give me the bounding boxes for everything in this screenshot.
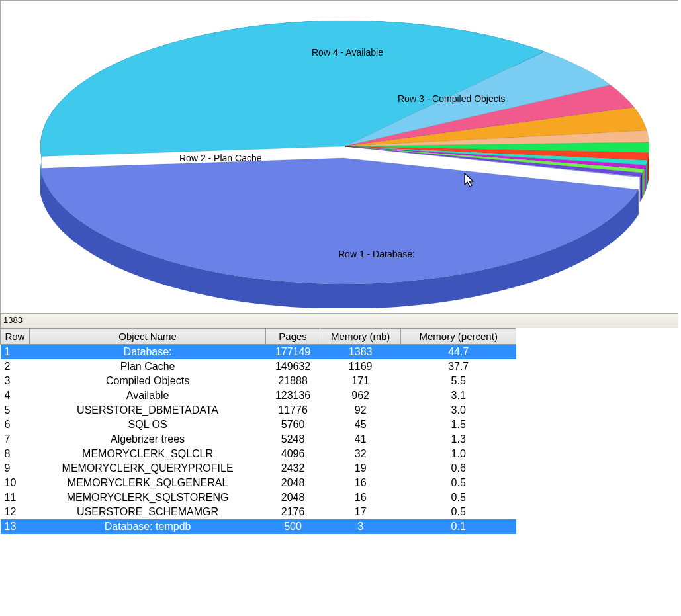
data-cell: 41: [320, 432, 401, 447]
pie-slice-side: [644, 165, 645, 195]
data-cell: 2176: [266, 505, 320, 519]
table-row[interactable]: 10MEMORYCLERK_SQLGENERAL2048160.5: [1, 476, 516, 490]
data-cell: 0.5: [401, 490, 516, 505]
table-row[interactable]: 8MEMORYCLERK_SQLCLR4096321.0: [1, 447, 516, 461]
row-number-cell: 5: [1, 403, 30, 418]
table-row[interactable]: 11MEMORYCLERK_SQLSTORENG2048160.5: [1, 490, 516, 505]
data-cell: 17: [320, 505, 401, 519]
data-cell: USERSTORE_DBMETADATA: [29, 403, 265, 418]
row-number-cell: 10: [1, 476, 30, 490]
data-cell: 32: [320, 447, 401, 461]
data-cell: 44.7: [401, 345, 516, 359]
row-number-cell: 11: [1, 490, 30, 505]
data-cell: 11776: [266, 403, 320, 418]
table-row[interactable]: 13Database: tempdb50030.1: [1, 519, 516, 534]
column-header[interactable]: Object Name: [29, 329, 265, 345]
data-cell: 2048: [266, 476, 320, 490]
data-cell: Available: [29, 388, 265, 403]
table-row[interactable]: 12USERSTORE_SCHEMAMGR2176170.5: [1, 505, 516, 519]
data-cell: 5248: [266, 432, 320, 447]
data-cell: 1.5: [401, 418, 516, 432]
data-cell: Algebrizer trees: [29, 432, 265, 447]
table-row[interactable]: 4Available1231369623.1: [1, 388, 516, 403]
data-cell: 0.5: [401, 505, 516, 519]
data-cell: 16: [320, 476, 401, 490]
data-cell: MEMORYCLERK_SQLCLR: [29, 447, 265, 461]
data-cell: MEMORYCLERK_SQLSTORENG: [29, 490, 265, 505]
data-cell: 1383: [320, 345, 401, 359]
data-cell: 0.6: [401, 461, 516, 476]
row-number-cell: 12: [1, 505, 30, 519]
row-number-cell: 8: [1, 447, 30, 461]
data-cell: 92: [320, 403, 401, 418]
data-cell: 19: [320, 461, 401, 476]
value-bar: 1383: [0, 314, 678, 328]
table-row[interactable]: 9MEMORYCLERK_QUERYPROFILE2432190.6: [1, 461, 516, 476]
data-cell: 0.5: [401, 476, 516, 490]
table-row[interactable]: 5USERSTORE_DBMETADATA11776923.0: [1, 403, 516, 418]
data-cell: Database: tempdb: [29, 519, 265, 534]
data-cell: 3: [320, 519, 401, 534]
table-row[interactable]: 3Compiled Objects218881715.5: [1, 374, 516, 388]
data-cell: Database:: [29, 345, 265, 359]
data-cell: MEMORYCLERK_QUERYPROFILE: [29, 461, 265, 476]
data-cell: 45: [320, 418, 401, 432]
column-header[interactable]: Pages: [266, 329, 320, 345]
row-number-cell: 2: [1, 359, 30, 374]
data-cell: Compiled Objects: [29, 374, 265, 388]
data-cell: 149632: [266, 359, 320, 374]
row-number-cell: 3: [1, 374, 30, 388]
pie-slice-label: Row 4 - Available: [312, 47, 383, 58]
column-header[interactable]: Memory (mb): [320, 329, 401, 345]
pie-slice-side: [640, 173, 642, 202]
row-number-cell: 9: [1, 461, 30, 476]
data-cell: 4096: [266, 447, 320, 461]
data-cell: 171: [320, 374, 401, 388]
data-cell: Plan Cache: [29, 359, 265, 374]
data-cell: MEMORYCLERK_SQLGENERAL: [29, 476, 265, 490]
table-row[interactable]: 2Plan Cache149632116937.7: [1, 359, 516, 374]
column-header[interactable]: Memory (percent): [401, 329, 516, 345]
table-row[interactable]: 7Algebrizer trees5248411.3: [1, 432, 516, 447]
data-cell: 21888: [266, 374, 320, 388]
pie-slice-side: [640, 177, 641, 202]
pie-slice-label: Row 1 - Database:: [338, 249, 415, 259]
data-cell: 1.0: [401, 447, 516, 461]
data-cell: 2432: [266, 461, 320, 476]
data-cell: 1.3: [401, 432, 516, 447]
data-cell: 177149: [266, 345, 320, 359]
data-cell: 123136: [266, 388, 320, 403]
column-header[interactable]: Row: [1, 329, 30, 345]
row-number-cell: 13: [1, 519, 30, 534]
data-cell: 500: [266, 519, 320, 534]
data-cell: 1169: [320, 359, 401, 374]
pie-chart[interactable]: Row 1 - Database:Row 2 - Plan CacheRow 3…: [27, 4, 656, 308]
row-number-cell: 1: [1, 345, 30, 359]
row-number-cell: 7: [1, 432, 30, 447]
data-cell: 16: [320, 490, 401, 505]
data-cell: 2048: [266, 490, 320, 505]
data-cell: 3.1: [401, 388, 516, 403]
row-number-cell: 4: [1, 388, 30, 403]
data-cell: 5.5: [401, 374, 516, 388]
data-cell: 37.7: [401, 359, 516, 374]
data-cell: USERSTORE_SCHEMAMGR: [29, 505, 265, 519]
pie-slice-label: Row 3 - Compiled Objects: [398, 93, 506, 104]
row-number-cell: 6: [1, 418, 30, 432]
data-cell: 3.0: [401, 403, 516, 418]
data-cell: 962: [320, 388, 401, 403]
pie-slice-label: Row 2 - Plan Cache: [179, 153, 262, 163]
table-row[interactable]: 6SQL OS5760451.5: [1, 418, 516, 432]
data-table[interactable]: RowObject NamePagesMemory (mb)Memory (pe…: [0, 328, 678, 534]
data-cell: 0.1: [401, 519, 516, 534]
pie-slice-side: [643, 169, 645, 198]
data-cell: 5760: [266, 418, 320, 432]
pie-chart-panel[interactable]: Row 1 - Database:Row 2 - Plan CacheRow 3…: [0, 0, 678, 314]
data-cell: SQL OS: [29, 418, 265, 432]
table-row[interactable]: 1Database:177149138344.7: [1, 345, 516, 359]
